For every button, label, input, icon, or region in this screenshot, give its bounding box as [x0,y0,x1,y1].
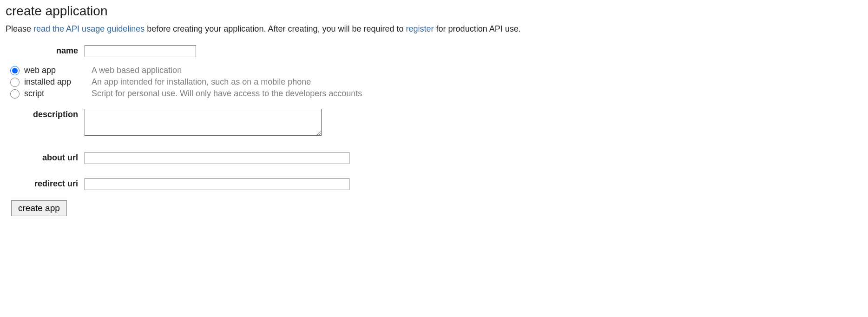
register-link[interactable]: register [406,24,434,33]
app-type-label-script[interactable]: script [24,89,92,99]
intro-middle: before creating your application. After … [145,24,406,33]
app-type-label-web[interactable]: web app [24,66,92,75]
description-input[interactable] [85,109,322,136]
page-title: create application [6,4,862,19]
name-label: name [6,45,85,56]
app-type-group: web app A web based application installe… [10,66,862,99]
app-type-desc-installed: An app intended for installation, such a… [92,77,311,87]
intro-prefix: Please [6,24,33,33]
redirect-uri-label: redirect uri [6,178,85,189]
name-input[interactable] [85,45,196,57]
app-type-desc-web: A web based application [92,66,182,75]
app-type-label-installed[interactable]: installed app [24,77,92,87]
description-label: description [6,109,85,119]
create-app-button[interactable]: create app [11,200,67,216]
redirect-uri-input[interactable] [85,178,349,190]
about-url-input[interactable] [85,152,349,164]
app-type-radio-installed[interactable] [10,78,20,87]
about-url-label: about url [6,152,85,163]
api-guidelines-link[interactable]: read the API usage guidelines [33,24,145,33]
app-type-desc-script: Script for personal use. Will only have … [92,89,362,99]
intro-suffix: for production API use. [434,24,521,33]
intro-text: Please read the API usage guidelines bef… [6,24,862,34]
app-type-radio-script[interactable] [10,89,20,99]
app-type-radio-web[interactable] [10,66,20,75]
